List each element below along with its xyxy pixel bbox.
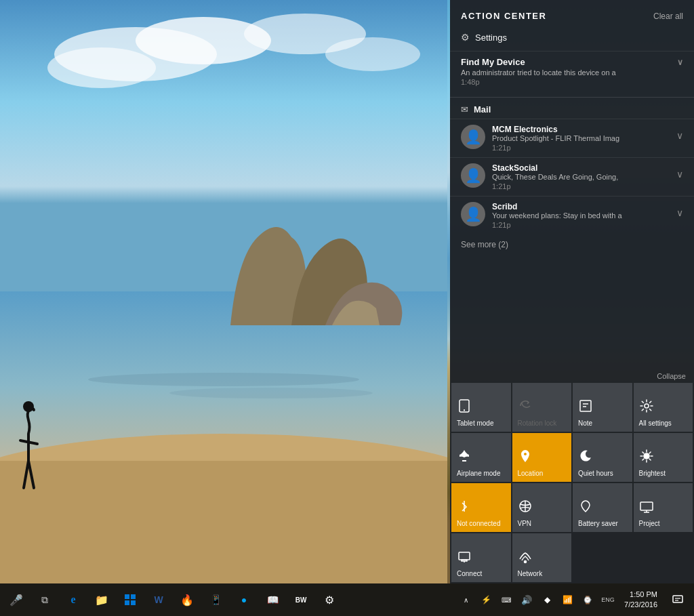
taskbar-antivirus[interactable]: ⚡	[476, 583, 495, 616]
taskbar-microphone[interactable]: 🎤	[3, 583, 30, 616]
quick-tile-bluetooth[interactable]: Not connected	[451, 483, 511, 532]
taskbar-settings[interactable]: ⚙	[316, 583, 343, 616]
quick-tile-brightest[interactable]: Brightest	[634, 433, 693, 482]
taskbar-devices[interactable]: ⌚	[578, 583, 597, 616]
clock-date: 7/23/2016	[624, 600, 657, 610]
all-settings-label: All settings	[639, 419, 672, 428]
svg-rect-14	[125, 600, 129, 605]
collapse-row: Collapse	[450, 369, 694, 383]
notification-scribd[interactable]: 👤 Scribd Your weekend plans: Stay in bed…	[450, 196, 694, 234]
quick-tile-empty-1	[573, 533, 632, 582]
taskbar-bw[interactable]: BW	[287, 583, 314, 616]
quick-tile-all-settings[interactable]: All settings	[634, 383, 693, 432]
bluetooth-label: Not connected	[457, 520, 501, 528]
clear-all-button[interactable]: Clear all	[653, 12, 683, 21]
notification-subject-stacksocial: Quick, These Deals Are Going, Going,	[492, 173, 670, 181]
quick-actions-grid: Tablet mode Rotation lock	[450, 383, 694, 583]
battery-saver-icon	[578, 499, 593, 517]
svg-rect-15	[131, 600, 136, 605]
brightest-icon	[639, 449, 654, 467]
taskbar-dropbox[interactable]: ◆	[537, 583, 556, 616]
quick-tile-quiet-hours[interactable]: Quiet hours	[573, 433, 632, 482]
find-device-notification[interactable]: Find My Device ∨ An administrator tried …	[450, 51, 694, 94]
taskbar-lang[interactable]: ENG	[598, 583, 617, 616]
see-more-button[interactable]: See more (2)	[450, 234, 694, 260]
taskbar-volume[interactable]: 🔊	[517, 583, 536, 616]
svg-rect-36	[640, 502, 653, 510]
taskbar: 🎤 ⧉ e 📁	[0, 583, 694, 616]
taskbar-edge[interactable]: e	[60, 583, 87, 616]
quick-tile-network[interactable]: Network	[512, 533, 572, 582]
vpn-icon	[518, 499, 533, 517]
notifications-list: Find My Device ∨ An administrator tried …	[450, 51, 694, 369]
taskbar-app2[interactable]: ●	[230, 583, 258, 616]
settings-icon: ⚙	[461, 32, 470, 43]
divider-1	[450, 97, 694, 98]
location-icon	[518, 449, 533, 467]
svg-point-25	[644, 453, 649, 459]
action-center-settings[interactable]: ⚙ Settings	[450, 26, 694, 51]
tablet-mode-label: Tablet mode	[457, 419, 493, 428]
notification-avatar-scribd: 👤	[461, 202, 485, 226]
notification-chevron-mcm: ∨	[676, 130, 683, 141]
collapse-button[interactable]: Collapse	[657, 372, 686, 380]
taskbar-keyboard-layout[interactable]: ⌨	[497, 583, 516, 616]
quick-tile-project[interactable]: Project	[634, 483, 693, 532]
clock-time: 1:50 PM	[624, 590, 657, 600]
svg-rect-40	[462, 560, 467, 561]
tablet-mode-icon	[457, 398, 472, 417]
airplane-mode-label: Airplane mode	[457, 470, 500, 478]
quick-tile-note[interactable]: Note	[573, 383, 632, 432]
taskbar-network[interactable]: 📶	[558, 583, 577, 616]
find-device-title-row: Find My Device ∨	[461, 57, 683, 67]
notification-center-button[interactable]	[664, 583, 691, 616]
taskbar-book[interactable]: 📖	[259, 583, 286, 616]
quick-tile-airplane-mode[interactable]: Airplane mode	[451, 433, 511, 482]
find-device-time: 1:48p	[461, 78, 683, 86]
notification-content-stacksocial: StackSocial Quick, These Deals Are Going…	[492, 163, 670, 190]
battery-saver-label: Battery saver	[578, 520, 618, 528]
notification-content-mcm: MCM Electronics Product Spotlight - FLIR…	[492, 125, 670, 152]
taskbar-chevron[interactable]: ∧	[456, 583, 475, 616]
taskbar-explorer[interactable]: 📁	[88, 583, 115, 616]
taskbar-app1[interactable]: 📱	[202, 583, 229, 616]
svg-rect-21	[580, 401, 591, 411]
taskbar-left: 🎤 ⧉ e 📁	[0, 583, 456, 616]
svg-point-11	[23, 401, 34, 412]
svg-line-32	[649, 452, 650, 453]
vpn-label: VPN	[518, 520, 532, 528]
notification-stacksocial[interactable]: 👤 StackSocial Quick, These Deals Are Goi…	[450, 157, 694, 196]
find-device-chevron: ∨	[677, 58, 683, 67]
quick-actions: Collapse Tablet mode	[450, 369, 694, 583]
taskbar-start[interactable]	[117, 583, 144, 616]
find-device-title-text: Find My Device	[461, 57, 525, 67]
rotation-lock-icon	[518, 398, 533, 417]
quick-tile-connect[interactable]: Connect	[451, 533, 511, 582]
svg-point-9	[88, 373, 359, 386]
note-icon	[578, 398, 593, 417]
find-device-body: An administrator tried to locate this de…	[461, 68, 683, 77]
taskbar-clock[interactable]: 1:50 PM 7/23/2016	[619, 590, 663, 611]
quick-tile-battery-saver[interactable]: Battery saver	[573, 483, 632, 532]
project-icon	[639, 499, 654, 517]
quick-tile-rotation-lock[interactable]: Rotation lock	[512, 383, 572, 432]
action-center-title: ACTION CENTER	[461, 11, 546, 21]
airplane-mode-icon	[457, 449, 472, 467]
taskbar-task-view[interactable]: ⧉	[31, 583, 58, 616]
mail-notification-group: ✉ Mail 👤 MCM Electronics Product Spotlig…	[450, 100, 694, 260]
notification-avatar-mcm: 👤	[461, 125, 485, 149]
notification-mcm-electronics[interactable]: 👤 MCM Electronics Product Spotlight - FL…	[450, 119, 694, 157]
quick-tile-vpn[interactable]: VPN	[512, 483, 572, 532]
all-settings-icon	[639, 398, 654, 417]
svg-point-24	[645, 404, 649, 408]
taskbar-fire-app[interactable]: 🔥	[174, 583, 201, 616]
taskbar-word[interactable]: W	[145, 583, 172, 616]
svg-rect-16	[673, 596, 682, 602]
quick-tile-location[interactable]: Location	[512, 433, 572, 482]
quick-tile-tablet-mode[interactable]: Tablet mode	[451, 383, 511, 432]
taskbar-right: ∧ ⚡ ⌨ 🔊 ◆ 📶 ⌚ ENG 1:50 PM 7/23/2016	[456, 583, 694, 616]
svg-rect-13	[131, 594, 136, 599]
action-center-header: ACTION CENTER Clear all	[450, 0, 694, 26]
notification-chevron-stacksocial: ∨	[676, 169, 683, 180]
note-label: Note	[578, 419, 592, 428]
